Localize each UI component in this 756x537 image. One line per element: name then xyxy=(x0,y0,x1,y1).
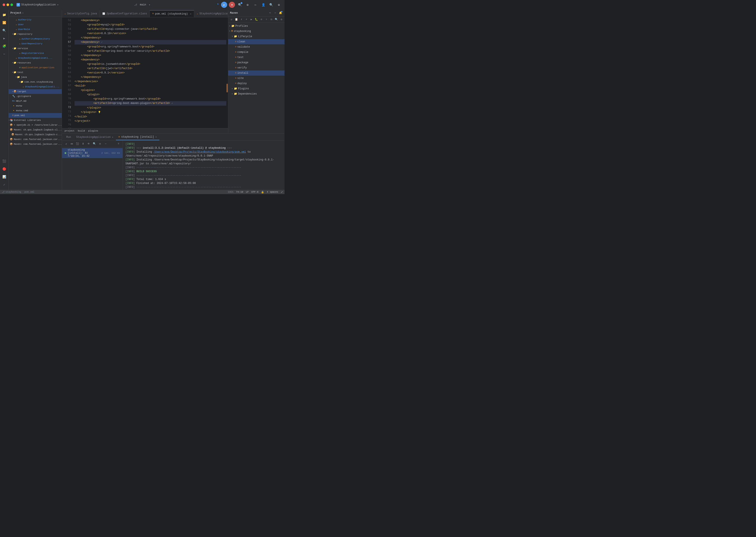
rerun-button[interactable]: ⏮ xyxy=(69,141,74,146)
sidebar-icon-search[interactable]: 🔍 xyxy=(1,27,8,34)
maven-lifecycle-verify[interactable]: ⚙ verify xyxy=(228,65,285,70)
stop-button[interactable]: ■ xyxy=(229,2,235,8)
tree-item-test[interactable]: ▸ 📁 test xyxy=(9,70,62,75)
status-line-ending[interactable]: LF xyxy=(246,191,249,193)
tab-close-icon[interactable]: ✕ xyxy=(112,136,113,139)
maven-search-button[interactable]: 🔍 xyxy=(274,17,279,22)
sidebar-icon-folder[interactable]: 📁 xyxy=(1,11,8,18)
tree-item-app-props[interactable]: ⚙ application.properties xyxy=(9,65,62,70)
tree-item-jdk[interactable]: 📦 < openjdk-21 > /Users/eve/Librar... xyxy=(9,123,62,127)
search-button[interactable]: 🔍 xyxy=(237,2,243,8)
close-button[interactable] xyxy=(3,4,5,6)
sidebar-icon-vcs[interactable]: 🔀 xyxy=(1,19,8,26)
maven-lifecycle-validate[interactable]: ⚙ validate xyxy=(228,44,285,50)
more-run-button[interactable]: ⋯ xyxy=(103,141,108,146)
account-button[interactable]: 👤 xyxy=(260,2,266,8)
tree-item-user[interactable]: ☕ User xyxy=(9,22,62,27)
tree-item-jackson2[interactable]: 📦 Maven: com.fasterxml.jackson.cor... xyxy=(9,142,62,146)
bottom-tab-staybooking-app[interactable]: StaybookingApplication ✕ xyxy=(74,134,116,140)
tree-item-authority[interactable]: ☕ Authority xyxy=(9,18,62,22)
tab-pom-xml[interactable]: M pom.xml (staybooking) ✕ xyxy=(150,10,194,17)
sidebar-icon-more[interactable]: ⋯ xyxy=(1,51,8,58)
traffic-lights[interactable] xyxy=(3,4,13,6)
maven-item-lifecycle[interactable]: ▾ 📁 Lifecycle xyxy=(228,34,285,39)
run-item-install[interactable]: staybooking [install]: At 7/10/24, 15:42… xyxy=(62,148,123,158)
tab-jpa-config[interactable]: ⬜ JpaBaseConfiguration.class xyxy=(100,10,150,17)
maven-generate-button[interactable]: ⚡ xyxy=(264,17,269,22)
maven-item-profiles[interactable]: ▸ 📁 Profiles xyxy=(228,23,285,29)
tree-item-staybooking-test[interactable]: ☕ StaybookingApplicati... xyxy=(9,84,62,89)
sidebar-icon-problems[interactable]: 🔴 xyxy=(1,165,8,172)
filter-button[interactable]: 🔍 xyxy=(92,141,97,146)
maven-lifecycle-site[interactable]: ⚙ site xyxy=(228,76,285,81)
project-dropdown-icon[interactable]: ▾ xyxy=(57,3,59,7)
sidebar-icon-git[interactable]: 📊 xyxy=(1,173,8,180)
tab-close-icon[interactable]: ✕ xyxy=(155,136,157,138)
tree-item-register-service[interactable]: ☕ RegisterService xyxy=(9,51,62,56)
find-button[interactable]: 🔍 xyxy=(268,2,274,8)
maven-debug-button[interactable]: 🐛 xyxy=(254,17,259,22)
tree-item-java[interactable]: ▸ 📁 java xyxy=(9,75,62,80)
status-indent[interactable]: 4 spaces xyxy=(267,191,278,193)
panel-chevron[interactable]: ▾ xyxy=(22,12,23,14)
maven-run-button[interactable]: ▶ xyxy=(249,17,254,22)
tree-item-mvnw-cmd[interactable]: 🔸 mvnw.cmd xyxy=(9,108,62,113)
maven-lifecycle-clean[interactable]: ⚙ clean xyxy=(228,39,285,44)
sidebar-icon-todo[interactable]: ✓ xyxy=(1,181,8,188)
tree-item-help[interactable]: M+ HELP.md xyxy=(9,99,62,103)
branch-name[interactable]: main xyxy=(140,3,146,6)
maven-lifecycle-deploy[interactable]: ⚙ deploy xyxy=(228,81,285,86)
tree-item-resources[interactable]: ▸ 📁 resources xyxy=(9,61,62,65)
maven-lifecycle-install[interactable]: ⚙ install xyxy=(228,70,285,76)
tab-security-config[interactable]: ☕ SecurityConfig.java xyxy=(62,10,100,17)
eye-button[interactable]: 👁 xyxy=(86,141,91,146)
tree-item-target[interactable]: ▸ 📦 target xyxy=(9,89,62,94)
fullscreen-button[interactable] xyxy=(11,4,13,6)
maven-profiles-button[interactable]: 📋 xyxy=(234,17,239,22)
maven-lifecycle-package[interactable]: ⚙ package xyxy=(228,60,285,65)
tree-item-gitignore[interactable]: 🔧 .gitignore xyxy=(9,94,62,99)
more-button[interactable]: ⋯ xyxy=(252,2,259,8)
minimize-button[interactable] xyxy=(7,4,9,6)
maven-item-plugins[interactable]: ▸ 📁 Plugins xyxy=(228,86,285,91)
tree-item-ext-libs[interactable]: ▸ 📚 External Libraries xyxy=(9,118,62,123)
maven-collapse-button[interactable]: ⊟ xyxy=(269,17,274,22)
scrollbar[interactable] xyxy=(226,18,228,128)
maven-lifecycle-compile[interactable]: ⚙ compile xyxy=(228,50,285,55)
status-expand-icon[interactable]: ⤢ xyxy=(281,191,283,193)
status-position[interactable]: 74:19 xyxy=(236,191,243,193)
maven-refresh-button[interactable]: ↺ xyxy=(229,17,234,22)
tree-item-service-folder[interactable]: ▸ 📁 service xyxy=(9,46,62,51)
pause-button[interactable]: ⏸ xyxy=(81,141,85,146)
preferences-button[interactable]: ⚙ xyxy=(276,2,282,8)
breadcrumb-part[interactable]: project xyxy=(64,130,75,132)
maven-lifecycle-test[interactable]: ⚙ test xyxy=(228,55,285,60)
tree-item-mvnw[interactable]: 🔸 mvnw xyxy=(9,103,62,108)
tree-item-authority-repo[interactable]: ☕ AuthorityRepository xyxy=(9,36,62,41)
settings-run-button[interactable]: ⚙ xyxy=(98,141,102,146)
tree-item-jackson1[interactable]: 📦 Maven: com.fasterxml.jackson.cor... xyxy=(9,137,62,142)
tree-item-pom-xml[interactable]: M pom.xml xyxy=(9,113,62,118)
branch-dropdown-icon[interactable]: ▾ xyxy=(149,3,150,7)
restart-button[interactable]: ↺ xyxy=(64,141,68,146)
sidebar-icon-plugins[interactable]: 🧩 xyxy=(1,43,8,50)
tree-item-staybooking-app[interactable]: ☕ StaybookingApplicati... xyxy=(9,56,62,61)
tree-item-user-repo[interactable]: ☕ UserRepository xyxy=(9,41,62,46)
tab-staybooking-app[interactable]: ☕ StaybookingApplication.java xyxy=(194,10,228,17)
tab-close-button[interactable]: ✕ xyxy=(190,13,191,15)
wrap-output-button[interactable]: ≡ xyxy=(116,141,121,146)
breadcrumb-part[interactable]: build xyxy=(78,130,85,132)
stop-run-button[interactable]: ⬛ xyxy=(75,141,80,146)
maven-settings-button[interactable]: ⚙ xyxy=(279,17,284,22)
tree-item-com-eve[interactable]: ▸ 📁 com.eve.staybooking xyxy=(9,80,62,84)
sidebar-icon-terminal[interactable]: ⬛ xyxy=(1,158,8,165)
maven-more-button[interactable]: ⋯ xyxy=(267,11,272,16)
sidebar-icon-run[interactable]: ▶ xyxy=(1,35,8,42)
scrollbar-thumb[interactable] xyxy=(226,84,228,92)
log-link[interactable]: /Users/eve/Desktop/Projects/StayBooking/… xyxy=(154,150,246,153)
maven-item-staybooking[interactable]: ▾ M staybooking xyxy=(228,29,285,34)
tree-item-userrole[interactable]: ☕ UserRole xyxy=(9,27,62,32)
bottom-tab-run[interactable]: Run xyxy=(64,134,74,140)
tree-item-repository-folder[interactable]: ▸ 📁 repository xyxy=(9,32,62,36)
maven-notification-button[interactable]: 🔔 xyxy=(278,11,283,16)
